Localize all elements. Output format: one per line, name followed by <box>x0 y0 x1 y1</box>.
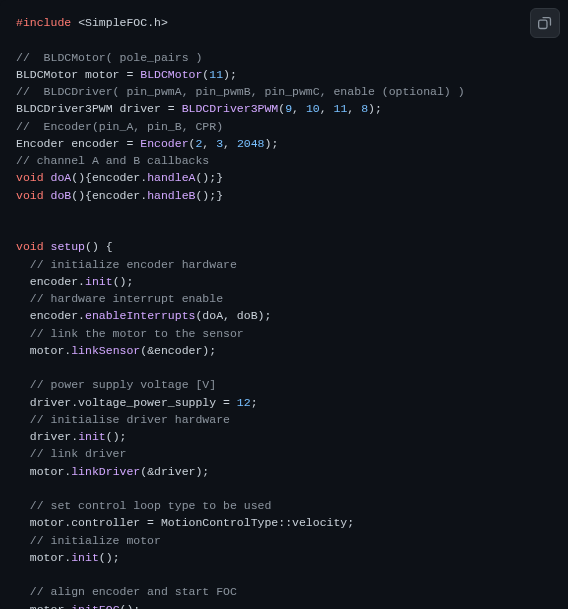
token: (doA, doB); <box>195 309 271 322</box>
token: (){encoder. <box>71 171 147 184</box>
token: motor. <box>16 551 71 564</box>
comment: // link the motor to the sensor <box>16 327 244 340</box>
token: BLDCDriver3PWM <box>182 102 279 115</box>
token: (&encoder); <box>140 344 216 357</box>
token: init <box>71 551 99 564</box>
token: motor. <box>16 603 71 610</box>
token: driver. <box>16 430 78 443</box>
code-block: #include <SimpleFOC.h> // BLDCMotor( pol… <box>0 0 568 609</box>
comment: // initialise driver hardware <box>16 413 230 426</box>
comment: // channel A and B callbacks <box>16 154 209 167</box>
token: void <box>16 171 44 184</box>
token: motor.controller = MotionControlType::ve… <box>16 516 354 529</box>
token: init <box>78 430 106 443</box>
token: (&driver); <box>140 465 209 478</box>
token: (){encoder. <box>71 189 147 202</box>
code-content: #include <SimpleFOC.h> // BLDCMotor( pol… <box>16 14 552 609</box>
comment: // align encoder and start FOC <box>16 585 237 598</box>
comment: // BLDCDriver( pin_pwmA, pin_pwmB, pin_p… <box>16 85 465 98</box>
token: driver.voltage_power_supply = <box>16 396 237 409</box>
token: encoder. <box>16 275 85 288</box>
token: (); <box>99 551 120 564</box>
token: Encoder <box>140 137 188 150</box>
token: motor. <box>16 344 71 357</box>
token: 12 <box>237 396 251 409</box>
token: 2048 <box>237 137 265 150</box>
token: 8 <box>361 102 368 115</box>
token: void <box>16 189 44 202</box>
token: () { <box>85 240 113 253</box>
token: void <box>16 240 44 253</box>
token: Encoder encoder = <box>16 137 140 150</box>
token: motor. <box>16 465 71 478</box>
token: handleA <box>147 171 195 184</box>
token: initFOC <box>71 603 119 610</box>
token: (); <box>106 430 127 443</box>
comment: // link driver <box>16 447 126 460</box>
token: doA <box>51 171 72 184</box>
token: encoder. <box>16 309 85 322</box>
comment: // Encoder(pin_A, pin_B, CPR) <box>16 120 223 133</box>
token: (); <box>120 603 141 610</box>
token: linkSensor <box>71 344 140 357</box>
comment: // initialize motor <box>16 534 161 547</box>
token: enableInterrupts <box>85 309 195 322</box>
comment: // set control loop type to be used <box>16 499 271 512</box>
token: <SimpleFOC.h> <box>78 16 168 29</box>
comment: // power supply voltage [V] <box>16 378 216 391</box>
token: handleB <box>147 189 195 202</box>
token: 11 <box>209 68 223 81</box>
comment: // BLDCMotor( pole_pairs ) <box>16 51 202 64</box>
token: BLDCMotor <box>140 68 202 81</box>
comment: // initialize encoder hardware <box>16 258 237 271</box>
token: linkDriver <box>71 465 140 478</box>
token: ();} <box>195 189 223 202</box>
token: ; <box>251 396 258 409</box>
token: #include <box>16 16 71 29</box>
token: init <box>85 275 113 288</box>
token: doB <box>51 189 72 202</box>
token: 10 <box>306 102 320 115</box>
token: 11 <box>334 102 348 115</box>
copy-icon <box>538 16 552 30</box>
token: setup <box>51 240 86 253</box>
token: (); <box>113 275 134 288</box>
comment: // hardware interrupt enable <box>16 292 223 305</box>
token: BLDCDriver3PWM driver = <box>16 102 182 115</box>
token: BLDCMotor motor = <box>16 68 140 81</box>
token: ();} <box>195 171 223 184</box>
copy-button[interactable] <box>530 8 560 38</box>
